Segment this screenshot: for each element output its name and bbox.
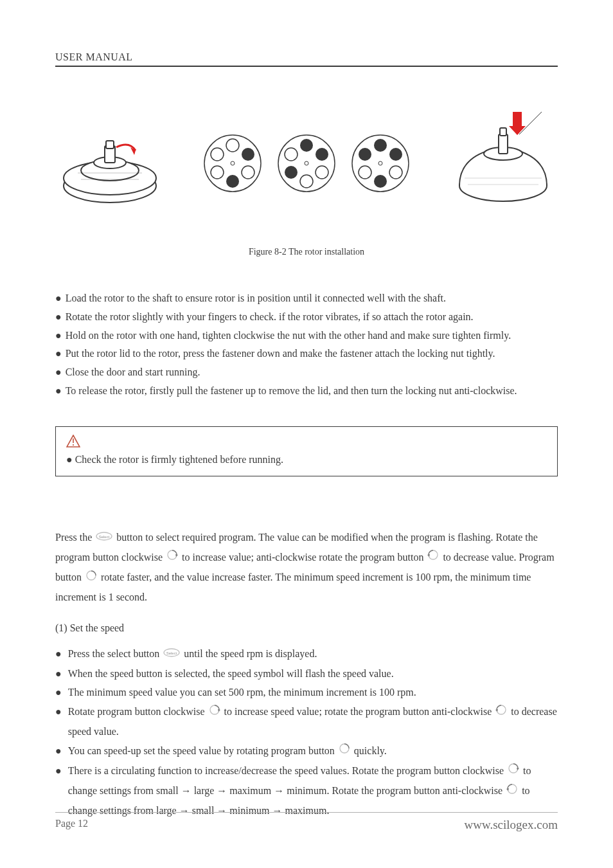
dial-anticlockwise-icon: [427, 548, 439, 567]
list-item: ●Hold on the rotor with one hand, tighte…: [55, 327, 558, 345]
bullet-dot-icon: ●: [55, 761, 64, 820]
svg-rect-38: [513, 112, 522, 126]
list-item: ●To release the rotor, firstly pull the …: [55, 382, 558, 401]
text-segment: There is a circulating function to incre…: [68, 765, 506, 776]
text-segment: Press the: [55, 532, 94, 543]
text-segment: Rotate program button clockwise: [68, 706, 208, 717]
svg-point-24: [285, 148, 298, 161]
list-text: The minimum speed value you can set 500 …: [68, 683, 416, 702]
svg-point-10: [231, 161, 235, 165]
page: USER MANUAL: [0, 0, 613, 868]
install-steps-list: ●Load the rotor to the shaft to ensure r…: [55, 289, 558, 401]
list-text: Put the rotor lid to the rotor, press th…: [66, 345, 495, 363]
list-item: ● Rotate program button clockwise to inc…: [55, 702, 558, 741]
page-header: USER MANUAL: [55, 51, 558, 67]
list-item: ● The minimum speed value you can set 50…: [55, 683, 558, 702]
svg-point-32: [359, 148, 371, 161]
intro-paragraph: Press the Select button to select requir…: [55, 528, 558, 607]
svg-point-22: [300, 175, 313, 188]
list-text: Hold on the rotor with one hand, tighten…: [66, 327, 511, 345]
dial-anticlockwise-icon: [506, 782, 518, 801]
list-item: ●Put the rotor lid to the rotor, press t…: [55, 345, 558, 363]
warning-text: ● Check the rotor is firmly tightened be…: [66, 454, 547, 466]
text-segment: quickly.: [351, 745, 387, 756]
text-segment: until the speed rpm is displayed.: [181, 648, 317, 659]
list-item: ● You can speed-up set the speed value b…: [55, 741, 558, 761]
bullet-dot-icon: ●: [55, 382, 62, 401]
list-item: ● There is a circulating function to inc…: [55, 761, 558, 820]
bullet-dot-icon: ●: [66, 454, 75, 465]
list-text: Press the select button Select until the…: [68, 644, 317, 664]
svg-point-23: [315, 148, 328, 161]
page-footer: Page 12 www.scilogex.com: [55, 812, 558, 832]
warning-triangle-icon: [66, 435, 547, 450]
list-item: ●Load the rotor to the shaft to ensure r…: [55, 289, 558, 308]
svg-rect-5: [106, 141, 114, 149]
dial-clockwise-icon: [166, 548, 178, 567]
svg-point-20: [315, 166, 328, 179]
svg-rect-37: [500, 128, 506, 136]
dial-anticlockwise-icon: [495, 703, 507, 722]
svg-point-31: [389, 148, 402, 161]
svg-point-15: [242, 148, 254, 161]
svg-point-11: [226, 139, 239, 152]
list-text: You can speed-up set the speed value by …: [68, 741, 387, 761]
bullet-dot-icon: ●: [55, 644, 64, 664]
text-segment: to increase value; anti-clockwise rotate…: [179, 552, 426, 563]
warning-message: Check the rotor is firmly tightened befo…: [75, 454, 283, 465]
svg-rect-36: [499, 134, 508, 154]
list-text: Load the rotor to the shaft to ensure ro…: [66, 289, 446, 308]
list-item: ●Rotate the rotor slightly with your fin…: [55, 308, 558, 327]
list-text: There is a circulating function to incre…: [68, 761, 558, 820]
text-segment: You can speed-up set the speed value by …: [68, 745, 337, 756]
text-segment: Press the select button: [68, 648, 163, 659]
svg-point-12: [242, 166, 254, 179]
svg-point-26: [378, 161, 382, 165]
list-text: Close the door and start running.: [66, 363, 200, 382]
list-item: ● Press the select button Select until t…: [55, 644, 558, 664]
footer-url: www.scilogex.com: [465, 818, 558, 832]
svg-point-27: [374, 139, 387, 152]
bullet-dot-icon: ●: [55, 363, 62, 382]
list-text: When the speed button is selected, the s…: [68, 664, 394, 683]
list-text: To release the rotor, firstly pull the f…: [66, 382, 517, 401]
bullet-dot-icon: ●: [55, 741, 64, 761]
svg-point-16: [211, 148, 224, 161]
bullet-dot-icon: ●: [55, 327, 62, 345]
speed-steps-list: ● Press the select button Select until t…: [55, 644, 558, 820]
svg-point-21: [285, 166, 298, 179]
bullet-dot-icon: ●: [55, 664, 64, 683]
rotor-side-view-icon: [55, 115, 164, 212]
bullet-dot-icon: ●: [55, 683, 64, 702]
svg-point-30: [374, 175, 387, 188]
figure-caption: Figure 8-2 The rotor installation: [55, 247, 558, 257]
svg-point-19: [300, 139, 313, 152]
bullet-dot-icon: ●: [55, 345, 62, 363]
svg-text:Select: Select: [166, 651, 177, 655]
dial-icon: [85, 568, 97, 588]
svg-point-44: [73, 444, 74, 446]
list-text: Rotate program button clockwise to incre…: [68, 702, 558, 741]
list-item: ● When the speed button is selected, the…: [55, 664, 558, 683]
svg-line-33: [519, 112, 542, 134]
bullet-dot-icon: ●: [55, 702, 64, 741]
header-title: USER MANUAL: [55, 51, 133, 62]
list-text: Rotate the rotor slightly with your fing…: [66, 308, 474, 327]
svg-point-18: [305, 161, 308, 165]
warning-box: ● Check the rotor is firmly tightened be…: [55, 426, 558, 476]
svg-point-13: [211, 166, 224, 179]
subsection-heading: (1) Set the speed: [55, 622, 558, 634]
dial-icon: [339, 741, 350, 761]
svg-point-28: [389, 166, 402, 179]
rotor-lid-press-icon: [449, 109, 558, 218]
svg-text:Select: Select: [99, 535, 110, 539]
bullet-dot-icon: ●: [55, 289, 62, 308]
svg-point-29: [359, 166, 371, 179]
figure-row: [55, 99, 558, 228]
list-item: ●Close the door and start running.: [55, 363, 558, 382]
bullet-dot-icon: ●: [55, 308, 62, 327]
text-segment: rotate faster, and the value increase fa…: [55, 572, 531, 602]
page-number: Page 12: [55, 818, 88, 832]
svg-point-14: [226, 175, 239, 188]
select-button-icon: Select: [163, 644, 180, 664]
